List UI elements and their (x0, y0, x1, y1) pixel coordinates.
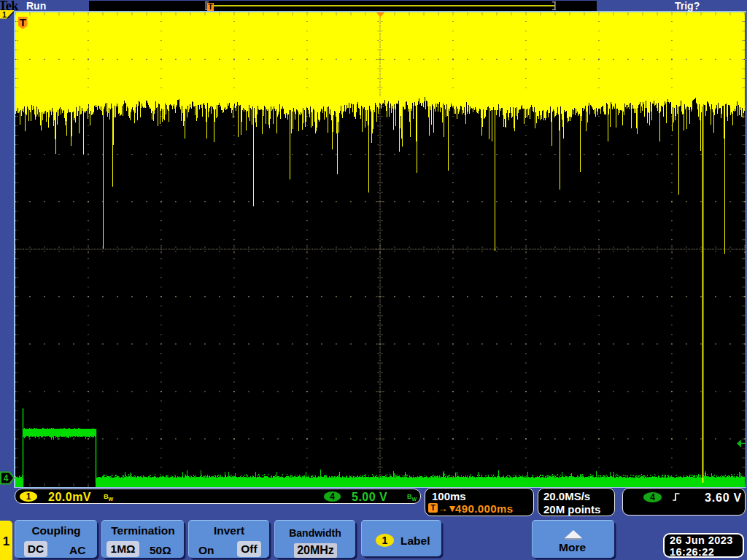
svg-text:4: 4 (4, 473, 9, 483)
